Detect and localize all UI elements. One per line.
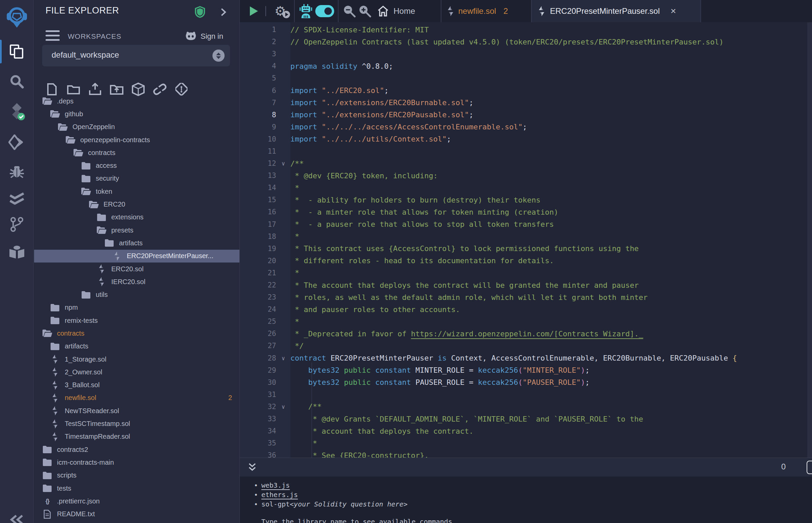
sidebar-item-search[interactable] xyxy=(0,71,34,92)
code-line-30: 30 bytes32 public constant PAUSER_ROLE =… xyxy=(240,376,812,389)
code-text: * different roles - head to its document… xyxy=(290,256,554,265)
folder-open-icon xyxy=(66,136,75,144)
tree-item-utils[interactable]: utils xyxy=(34,288,240,301)
terminal-search-input[interactable] xyxy=(807,461,812,474)
sidebar-item-deploy-and-run[interactable] xyxy=(0,132,34,152)
close-tab-icon[interactable]: × xyxy=(670,6,676,17)
tree-item-icm-contracts-main[interactable]: icm-contracts-main xyxy=(34,456,240,469)
terminal-header[interactable]: 0 xyxy=(240,458,812,476)
tree-item-newtsreader-sol[interactable]: NewTSReader.sol xyxy=(34,404,240,417)
tree-item-ierc20-sol[interactable]: IERC20.sol xyxy=(34,275,240,288)
tree-item-openzeppelin-contracts[interactable]: openzeppelin-contracts xyxy=(34,133,240,146)
ai-assistant-button[interactable] xyxy=(298,0,314,22)
tree-item-label: tests xyxy=(57,485,71,492)
line-number: 30 xyxy=(240,378,276,386)
tree-item-testsctimestamp-sol[interactable]: TestSCTimestamp.sol xyxy=(34,417,240,430)
tree-item-artifacts[interactable]: artifacts xyxy=(34,340,240,353)
zoom-out-icon xyxy=(343,5,356,18)
tab-newfile-label: newfile.sol xyxy=(458,6,496,16)
collapse-sidebar-button[interactable] xyxy=(0,513,34,523)
code-line-28: 28∨contract ERC20PresetMinterPauser is C… xyxy=(240,352,812,364)
tree-item-openzeppelin[interactable]: OpenZeppelin xyxy=(34,121,240,133)
code-text: import "../../../access/AccessControlEnu… xyxy=(290,123,527,131)
terminal-expand-icon[interactable] xyxy=(247,463,257,473)
tree-item-tests[interactable]: tests xyxy=(34,482,240,495)
tree-item-label: security xyxy=(96,175,119,182)
folder-icon xyxy=(81,175,91,183)
tree-item-label: newfile.sol xyxy=(65,394,96,402)
run-script-button[interactable] xyxy=(246,0,262,22)
workspace-select[interactable]: default_workspace xyxy=(42,45,230,66)
line-number: 21 xyxy=(240,269,276,277)
tree-item-timestampreader-sol[interactable]: TimestampReader.sol xyxy=(34,430,240,443)
tree-item-3-ballot-sol[interactable]: 3_Ballot.sol xyxy=(34,379,240,392)
terminal-library-link[interactable]: web3.js xyxy=(261,481,290,489)
tree-item-label: ERC20 xyxy=(104,200,125,208)
fold-chevron-icon[interactable]: ∨ xyxy=(276,403,290,410)
code-line-6: 6import "../ERC20.sol"; xyxy=(240,84,812,96)
code-line-7: 7import "../extensions/ERC20Burnable.sol… xyxy=(240,97,812,109)
fold-chevron-icon[interactable]: ∨ xyxy=(276,160,290,167)
tree-item-github[interactable]: github xyxy=(34,108,240,120)
tree-item-label: artifacts xyxy=(65,342,88,350)
tree-item-npm[interactable]: npm xyxy=(34,301,240,314)
tree-item-artifacts[interactable]: artifacts xyxy=(34,237,240,249)
tree-item-readme-txt[interactable]: README.txt xyxy=(34,508,240,521)
tree-item--prettierrc-json[interactable]: { }.prettierrc.json xyxy=(34,495,240,507)
tree-item-contracts2[interactable]: contracts2 xyxy=(34,443,240,456)
tree-item-1-storage-sol[interactable]: 1_Storage.sol xyxy=(34,353,240,366)
tree-item--deps[interactable]: .deps xyxy=(34,95,240,108)
code-text: * xyxy=(290,184,299,192)
code-text: /** xyxy=(290,402,322,411)
tree-item-erc20presetminterpauser-[interactable]: ERC20PresetMinterPauser... xyxy=(34,250,240,263)
zoom-in-button[interactable] xyxy=(357,0,373,22)
ai-toggle[interactable] xyxy=(315,0,334,22)
tree-item-presets[interactable]: presets xyxy=(34,224,240,237)
tab-erc20-preset-minter-pauser[interactable]: ERC20PresetMinterPauser.sol × xyxy=(532,0,700,22)
sidebar-item-unit-testing[interactable] xyxy=(0,190,34,210)
terminal-listen-badge: 0 xyxy=(781,462,786,471)
sidebar-item-solidity-compiler[interactable] xyxy=(0,101,34,123)
terminal-library-link[interactable]: ethers.js xyxy=(261,491,298,499)
tree-item-label: OpenZeppelin xyxy=(72,123,115,131)
tree-item-extensions[interactable]: extensions xyxy=(34,211,240,224)
code-editor[interactable]: 1// SPDX-License-Identifier: MIT2// Open… xyxy=(240,22,812,458)
tree-item-scripts[interactable]: scripts xyxy=(34,469,240,482)
code-line-8: 8import "../extensions/ERC20Pausable.sol… xyxy=(240,109,812,121)
tree-item-token[interactable]: token xyxy=(34,185,240,198)
sidebar-item-debugger[interactable] xyxy=(0,161,34,181)
tab-newfile-sol[interactable]: newfile.sol 2 xyxy=(442,0,531,22)
tree-item-erc20-sol[interactable]: ERC20.sol xyxy=(34,263,240,275)
remix-logo[interactable] xyxy=(0,5,34,30)
folder-icon xyxy=(50,317,60,325)
terminal-output[interactable]: •web3.js•ethers.js•sol-gpt <your Solidit… xyxy=(240,476,812,523)
zoom-out-button[interactable] xyxy=(341,0,357,22)
sidebar-item-file-explorer[interactable] xyxy=(0,40,34,64)
code-text: */ xyxy=(290,342,304,350)
tree-item-2-owner-sol[interactable]: 2_Owner.sol xyxy=(34,366,240,378)
divider xyxy=(700,0,701,22)
editor-scrollbar[interactable] xyxy=(807,22,812,458)
tab-home[interactable]: Home xyxy=(377,0,415,22)
panel-chevron-right-icon[interactable] xyxy=(219,7,227,17)
hamburger-menu-icon[interactable] xyxy=(46,30,60,42)
sidebar-item-git[interactable] xyxy=(0,214,34,235)
sol-icon xyxy=(50,354,60,364)
tree-item-contracts[interactable]: contracts xyxy=(34,146,240,159)
sign-in-button[interactable]: Sign in xyxy=(184,31,223,42)
code-line-1: 1// SPDX-License-Identifier: MIT xyxy=(240,23,812,36)
folder-icon xyxy=(50,304,60,312)
tree-item-contracts[interactable]: contracts xyxy=(34,327,240,340)
fold-chevron-icon[interactable]: ∨ xyxy=(276,355,290,362)
line-number: 32 xyxy=(240,403,276,411)
tree-item-newfile-sol[interactable]: newfile.sol2 xyxy=(34,392,240,404)
script-settings-button[interactable]: ⚙ xyxy=(271,0,290,22)
contracts-wizard-link[interactable]: https://wizard.openzeppelin.com/[Contrac… xyxy=(411,329,643,338)
line-number: 22 xyxy=(240,281,276,289)
code-line-33: 33 * @dev Grants `DEFAULT_ADMIN_ROLE`, `… xyxy=(240,413,812,425)
tree-item-erc20[interactable]: ERC20 xyxy=(34,198,240,211)
tree-item-access[interactable]: access xyxy=(34,159,240,172)
tree-item-remix-tests[interactable]: remix-tests xyxy=(34,314,240,327)
tree-item-security[interactable]: security xyxy=(34,172,240,185)
sidebar-item-plugin-manager[interactable] xyxy=(0,241,34,264)
